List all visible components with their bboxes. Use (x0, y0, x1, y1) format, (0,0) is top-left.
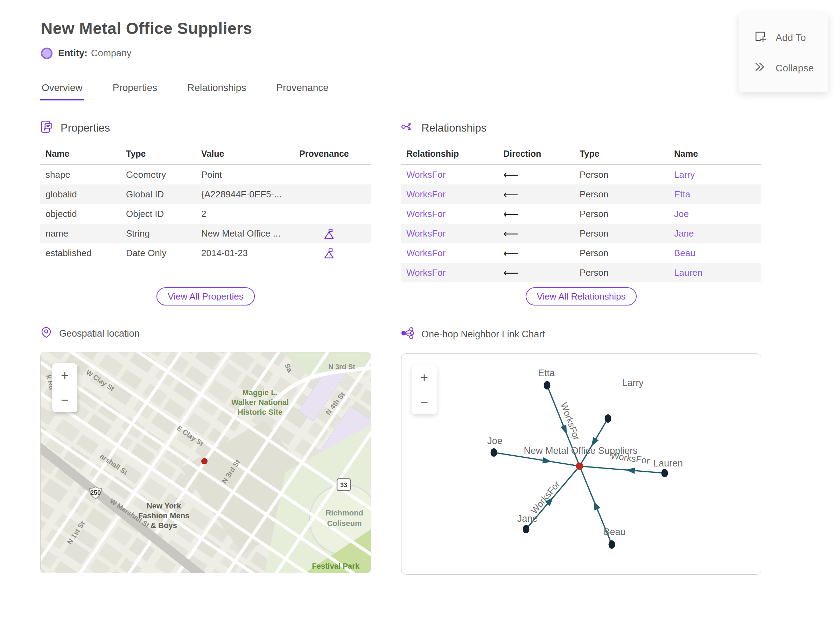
link-chart-panel[interactable]: + − WorksForWorksForWorksForEttaLarryJoe… (401, 353, 761, 575)
relationship-type-cell: Person (574, 165, 669, 185)
property-name: name (40, 224, 121, 243)
col-header-type: Type (574, 146, 669, 165)
chart-zoom-control: + − (412, 366, 437, 414)
graph-node-label: Jane (517, 513, 538, 524)
map-pin-icon (40, 326, 52, 341)
link-chart-title: One-hop Neighbor Link Chart (422, 329, 545, 340)
tab-provenance[interactable]: Provenance (275, 82, 330, 100)
view-all-relationships-button[interactable]: View All Relationships (526, 287, 637, 305)
map-label: Coliseum (327, 519, 361, 528)
entity-link[interactable]: Joe (674, 208, 689, 219)
link-chart-icon (401, 326, 414, 342)
graph-node[interactable] (544, 381, 550, 389)
graph-edge-arrow (542, 457, 552, 463)
graph-node[interactable] (491, 448, 497, 457)
direction-arrow: ⟵ (503, 247, 519, 259)
collapse-button[interactable]: Collapse (739, 53, 828, 83)
property-name: globalid (40, 184, 121, 204)
provenance-flag-icon[interactable] (324, 248, 334, 259)
col-header-value: Value (196, 146, 294, 165)
link-chart-section: One-hop Neighbor Link Chart + − WorksFor… (401, 326, 761, 575)
property-provenance-cell (294, 243, 371, 263)
relationship-row: WorksFor⟵PersonBeau (401, 243, 761, 263)
col-header-name: Name (669, 146, 761, 165)
map-zoom-out-button[interactable]: − (52, 388, 77, 412)
map-canvas[interactable]: k RdW Clay StSaarshall StW Marshall StE … (41, 352, 371, 573)
entity-link[interactable]: Beau (674, 248, 695, 258)
property-row: establishedDate Only2014-01-23 (40, 243, 371, 263)
direction-arrow-cell: ⟵ (498, 165, 574, 185)
entity-link[interactable]: Etta (674, 189, 690, 199)
graph-edge-arrow (626, 467, 635, 474)
view-all-properties-button[interactable]: View All Properties (156, 287, 255, 305)
map-label: New York (146, 501, 181, 510)
property-provenance-cell (294, 204, 371, 224)
property-value: Point (196, 165, 294, 185)
col-header-type: Type (121, 146, 196, 165)
relationship-link-cell: WorksFor (401, 243, 498, 263)
direction-arrow-cell: ⟵ (498, 243, 574, 263)
direction-arrow-cell: ⟵ (498, 184, 574, 204)
relationship-link[interactable]: WorksFor (406, 189, 445, 199)
graph-center-node[interactable] (576, 463, 584, 470)
chart-zoom-in-button[interactable]: + (412, 366, 437, 390)
tab-properties[interactable]: Properties (111, 82, 159, 100)
relationship-link[interactable]: WorksFor (406, 267, 445, 278)
relationship-type: Person (580, 189, 608, 199)
graph-node[interactable] (523, 525, 530, 533)
tab-overview[interactable]: Overview (40, 82, 84, 100)
graph-node[interactable] (662, 469, 668, 477)
entity-link[interactable]: Lauren (674, 267, 702, 278)
graph-node-label: Beau (603, 527, 625, 537)
relationship-link[interactable]: WorksFor (406, 169, 445, 180)
entity-type-dot (41, 48, 52, 59)
map-zoom-in-button[interactable]: + (52, 363, 77, 388)
entity-link[interactable]: Larry (674, 169, 695, 180)
graph-edge-arrow (594, 501, 600, 510)
property-name: established (40, 243, 121, 263)
map-label: & Boys (151, 521, 177, 530)
graph-node[interactable] (605, 414, 611, 423)
entity-link[interactable]: Jane (674, 228, 694, 238)
route-shield-number: 250 (90, 489, 101, 496)
add-to-button[interactable]: Add To (739, 22, 828, 53)
chart-zoom-out-button[interactable]: − (412, 390, 437, 414)
relationship-link[interactable]: WorksFor (406, 248, 445, 258)
direction-arrow-cell: ⟵ (498, 224, 574, 243)
entity-badge: Entity: Company (41, 48, 840, 59)
graph-edge-arrow (591, 437, 598, 447)
link-chart-canvas[interactable]: WorksForWorksForWorksForEttaLarryJoeLaur… (401, 354, 762, 574)
properties-table: Name Type Value Provenance shapeGeometry… (40, 146, 371, 263)
graph-edge[interactable] (580, 466, 665, 473)
map-panel[interactable]: + − (40, 352, 371, 573)
relationships-section: Relationships Relationship Direction Typ… (401, 120, 761, 305)
actions-card: Add To Collapse (739, 13, 828, 92)
graph-node[interactable] (609, 540, 615, 549)
relationship-type-cell: Person (574, 243, 669, 263)
tabs: OverviewPropertiesRelationshipsProvenanc… (40, 82, 840, 100)
relationship-type-cell: Person (574, 204, 669, 224)
relationship-type: Person (580, 267, 608, 278)
entity-link-cell: Beau (669, 243, 761, 263)
property-row: globalidGlobal ID{A228944F-0EF5-... (40, 184, 371, 204)
property-type: Global ID (121, 184, 196, 204)
tab-relationships[interactable]: Relationships (186, 82, 247, 100)
graph-edge-arrow (560, 425, 566, 434)
map-label: Maggie L. (242, 388, 278, 397)
property-type: Object ID (121, 204, 196, 224)
double-chevron-right-icon (754, 60, 767, 76)
map-label: Walker National (231, 398, 289, 407)
relationship-link[interactable]: WorksFor (406, 208, 445, 219)
location-marker[interactable] (201, 458, 208, 464)
direction-arrow-cell: ⟵ (498, 204, 574, 224)
relationship-type-cell: Person (574, 263, 669, 282)
relationship-link[interactable]: WorksFor (406, 228, 445, 238)
provenance-flag-icon[interactable] (324, 228, 334, 239)
graph-node-label: Joe (487, 436, 503, 446)
relationship-type: Person (580, 228, 608, 238)
relationship-link-cell: WorksFor (401, 224, 498, 243)
properties-section: Properties Name Type Value Provenance sh… (40, 120, 371, 305)
property-value: New Metal Office ... (196, 224, 294, 243)
property-type: Geometry (121, 165, 196, 185)
relationship-row: WorksFor⟵PersonLarry (401, 165, 761, 185)
